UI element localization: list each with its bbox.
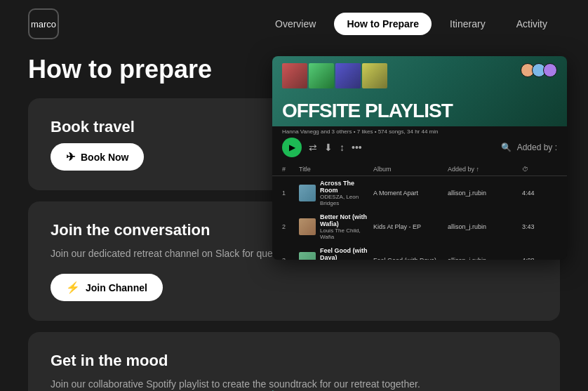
track-info: Feel Good (with Daya) Gryffin, ILLENIUM,… xyxy=(320,247,370,260)
spotify-track-row[interactable]: 1 Across The Room ODESZA, Leon Bridges A… xyxy=(272,176,567,210)
arrow-decoration xyxy=(196,387,288,391)
track-duration: 3:43 xyxy=(522,223,557,230)
get-in-mood-desc: Join our collaborative Spotify playlist … xyxy=(51,377,537,391)
download-icon[interactable]: ⬇ xyxy=(324,142,333,153)
nav-overview[interactable]: Overview xyxy=(262,13,328,35)
slack-icon: ⚡ xyxy=(66,281,80,294)
spotify-table-header: # Title Album Added by ↑ ⏱ xyxy=(272,163,567,176)
navigation: marco Overview How to Prepare Itinerary … xyxy=(0,0,588,48)
track-name: Better Not (with Wafia) xyxy=(320,213,370,227)
track-cell: Feel Good (with Daya) Gryffin, ILLENIUM,… xyxy=(299,247,370,260)
track-thumb xyxy=(299,252,316,260)
spotify-added-by: Added by : xyxy=(517,143,557,152)
spotify-right-controls: 🔍 Added by : xyxy=(501,143,557,152)
track-info: Better Not (with Wafia) Louis The Child,… xyxy=(320,213,370,240)
spotify-header: OFFSITE PLAYLIST Hanna Vanegg and 3 othe… xyxy=(272,56,567,126)
track-album: Feel Good (with Daya) xyxy=(373,257,445,260)
nav-activity[interactable]: Activity xyxy=(504,13,560,35)
track-thumb xyxy=(299,185,316,201)
track-album: A Moment Apart xyxy=(373,190,445,197)
track-number: 2 xyxy=(282,223,296,230)
book-travel-title: Book travel xyxy=(51,118,144,136)
album-img-3 xyxy=(335,63,361,88)
track-name: Across The Room xyxy=(320,180,370,194)
nav-itinerary[interactable]: Itinerary xyxy=(437,13,498,35)
track-album: Kids At Play - EP xyxy=(373,223,445,230)
get-in-mood-title: Get in the mood xyxy=(51,352,537,370)
track-added-by: allison_j.rubin xyxy=(448,190,519,197)
track-artist: ODESZA, Leon Bridges xyxy=(320,194,370,206)
spotify-playlist-title: OFFSITE PLAYLIST xyxy=(282,101,453,121)
sort-icon[interactable]: ↕ xyxy=(340,142,345,153)
nav-links: Overview How to Prepare Itinerary Activi… xyxy=(262,13,560,35)
album-img-4 xyxy=(362,63,387,88)
book-now-button[interactable]: ✈ Book Now xyxy=(51,143,144,171)
join-channel-button[interactable]: ⚡ Join Channel xyxy=(51,274,163,301)
track-added-by: allison_j.rubin xyxy=(448,257,519,260)
album-img-2 xyxy=(309,63,334,88)
track-thumb xyxy=(299,218,316,235)
shuffle-icon[interactable]: ⇄ xyxy=(309,142,317,153)
get-in-mood-card: Get in the mood Join our collaborative S… xyxy=(28,332,560,391)
nav-how-to-prepare[interactable]: How to Prepare xyxy=(334,13,432,35)
main-content: Book travel ✈ Book Now OFF xyxy=(0,98,588,391)
track-name: Feel Good (with Daya) xyxy=(320,247,370,260)
spotify-avatars xyxy=(523,63,557,77)
spotify-track-list: 1 Across The Room ODESZA, Leon Bridges A… xyxy=(272,176,567,260)
track-artist: Louis The Child, Wafia xyxy=(320,227,370,240)
spotify-album-art xyxy=(282,63,387,88)
spotify-meta: Hanna Vanegg and 3 others • 7 likes • 57… xyxy=(282,128,438,135)
spotify-preview: OFFSITE PLAYLIST Hanna Vanegg and 3 othe… xyxy=(272,56,567,260)
spotify-search-icon[interactable]: 🔍 xyxy=(501,143,512,152)
track-cell: Better Not (with Wafia) Louis The Child,… xyxy=(299,213,370,240)
avatar-3 xyxy=(543,63,557,77)
track-info: Across The Room ODESZA, Leon Bridges xyxy=(320,180,370,206)
spotify-track-row[interactable]: 2 Better Not (with Wafia) Louis The Chil… xyxy=(272,210,567,244)
more-icon[interactable]: ••• xyxy=(352,142,362,153)
spotify-track-row[interactable]: 3 Feel Good (with Daya) Gryffin, ILLENIU… xyxy=(272,244,567,260)
track-duration: 4:08 xyxy=(522,257,557,260)
book-travel-card: Book travel ✈ Book Now OFF xyxy=(28,98,560,190)
album-img-1 xyxy=(282,63,307,88)
logo: marco xyxy=(28,8,59,39)
plane-icon: ✈ xyxy=(66,150,75,164)
spotify-play-button[interactable]: ▶ xyxy=(282,138,302,157)
track-number: 3 xyxy=(282,257,296,260)
track-duration: 4:44 xyxy=(522,190,557,197)
track-number: 1 xyxy=(282,190,296,197)
track-cell: Across The Room ODESZA, Leon Bridges xyxy=(299,180,370,206)
track-added-by: allison_j.rubin xyxy=(448,223,519,230)
